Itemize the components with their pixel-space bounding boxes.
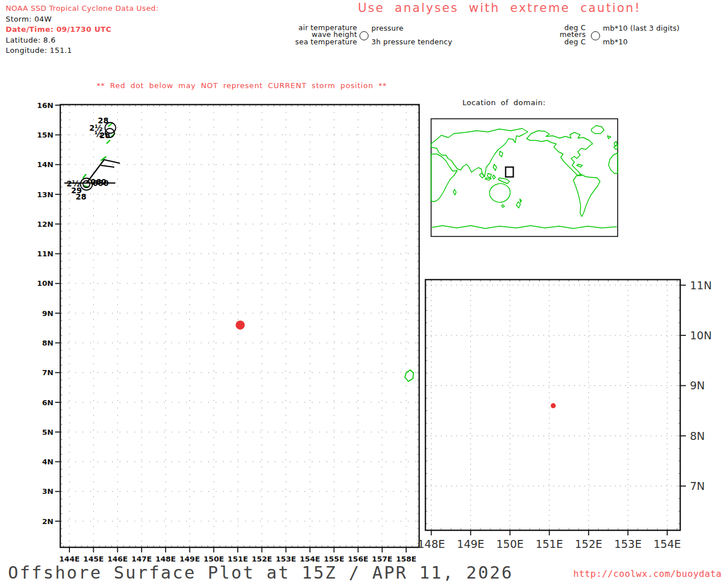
y-tick-label: 6N: [42, 398, 53, 407]
x-tick-label: 149E: [457, 538, 484, 550]
island-mark: [107, 140, 110, 143]
storm-position-dot: [235, 321, 245, 330]
island-outline-pohnpei: [405, 370, 413, 381]
y-tick-label: 13N: [37, 190, 53, 199]
storm-info-block: NOAA SSD Tropical Cyclone Data Used: Sto…: [6, 3, 159, 56]
caution-heading: Use analyses with extreme caution!: [340, 1, 659, 15]
x-tick-label: 152E: [575, 538, 602, 550]
y-tick-label: 10N: [37, 279, 53, 288]
station-value: 29: [71, 186, 82, 195]
info-line-storm: Storm: 04W: [6, 14, 159, 25]
domain-plot-border: [425, 280, 680, 530]
station-value: 060: [90, 177, 106, 186]
info-line-latitude: Latitude: 8.6: [6, 35, 159, 46]
x-tick-label: 148E: [155, 555, 176, 563]
x-tick-label: 145E: [83, 555, 104, 563]
station-circle: [83, 181, 90, 188]
island-mark: [101, 157, 106, 160]
station-value: ½: [94, 130, 102, 139]
legend-mb10-last3: mb*10 (last 3 digits): [603, 24, 680, 32]
x-tick-label: 154E: [300, 555, 320, 563]
y-tick-label: 14N: [37, 160, 53, 169]
y-tick-label: 15N: [37, 131, 53, 139]
main-plot-border: [60, 105, 419, 547]
info-line-longitude: Longitude: 151.1: [6, 45, 159, 56]
x-tick-label: 150E: [204, 555, 224, 563]
source-url-link[interactable]: http://coolwx.com/buoydata: [573, 568, 722, 579]
x-tick-label: 150E: [497, 538, 524, 550]
storm-position-warning: ** Red dot below may NOT represent CURRE…: [54, 81, 429, 90]
station-circle: [81, 178, 93, 190]
station-value: 28: [98, 116, 109, 125]
island-mark: [111, 134, 115, 136]
legend-degc-sea: deg C: [529, 38, 586, 46]
legend-pressure: pressure: [371, 24, 403, 32]
x-tick-label: 151E: [228, 555, 248, 563]
station-value: 2½: [89, 123, 102, 132]
wind-barb: [87, 160, 104, 182]
y-tick-label: 3N: [42, 487, 53, 496]
station-value: 28: [76, 192, 86, 201]
station-circle-icon: [359, 31, 369, 40]
inset-map-border: [431, 119, 618, 236]
y-tick-label: 11N: [690, 279, 712, 292]
legend-mb10: mb*10: [603, 38, 628, 46]
y-tick-label: 11N: [37, 250, 53, 258]
y-tick-label: 2N: [42, 517, 53, 526]
x-tick-label: 154E: [653, 538, 681, 550]
x-tick-label: 157E: [372, 555, 392, 563]
wind-barb: [101, 165, 114, 167]
station-circle-icon: [591, 31, 600, 40]
x-tick-label: 153E: [614, 538, 642, 550]
island-mark: [84, 186, 88, 187]
wind-barb: [104, 160, 119, 163]
y-tick-label: 5N: [42, 428, 53, 436]
x-tick-label: 148E: [417, 538, 445, 550]
world-map-inset: [431, 118, 618, 237]
inset-map-title: Location of domain:: [462, 98, 545, 107]
x-tick-label: 151E: [536, 538, 563, 550]
y-tick-label: 7N: [42, 368, 53, 377]
station-value: 050: [93, 178, 109, 188]
x-tick-label: 153E: [276, 555, 296, 563]
y-tick-label: 4N: [42, 458, 53, 466]
x-tick-label: 149E: [180, 555, 200, 563]
island-mark: [83, 174, 86, 178]
station-circle: [105, 128, 114, 138]
station-value: 28: [100, 131, 110, 140]
x-tick-label: 144E: [59, 555, 80, 563]
legend-sea-temperature: sea temperature: [239, 38, 357, 46]
plot-title: Offshore Surface Plot at 15Z / APR 11, 2…: [8, 563, 513, 582]
station-circle: [105, 123, 116, 134]
info-line-source: NOAA SSD Tropical Cyclone Data Used:: [6, 3, 159, 14]
y-tick-label: 9N: [690, 379, 705, 392]
storm-position-dot: [551, 403, 556, 408]
info-line-datetime: Date/Time: 09/1730 UTC: [6, 24, 159, 35]
y-tick-label: 8N: [690, 430, 705, 442]
y-tick-label: 9N: [42, 309, 53, 318]
x-tick-label: 147E: [131, 555, 152, 563]
x-tick-label: 156E: [348, 555, 369, 563]
y-tick-label: 12N: [37, 220, 53, 228]
x-tick-label: 146E: [107, 555, 128, 563]
x-tick-label: 158E: [396, 555, 416, 563]
y-tick-label: 16N: [37, 101, 53, 110]
y-tick-label: 8N: [42, 339, 53, 347]
x-tick-label: 152E: [251, 555, 272, 563]
y-tick-label: 7N: [690, 480, 705, 492]
y-tick-label: 10N: [690, 329, 712, 342]
island-mark: [109, 123, 112, 126]
station-value: 2½: [67, 179, 80, 188]
x-tick-label: 155E: [324, 555, 344, 563]
legend-pressure-tendency: 3h pressure tendency: [371, 38, 452, 46]
